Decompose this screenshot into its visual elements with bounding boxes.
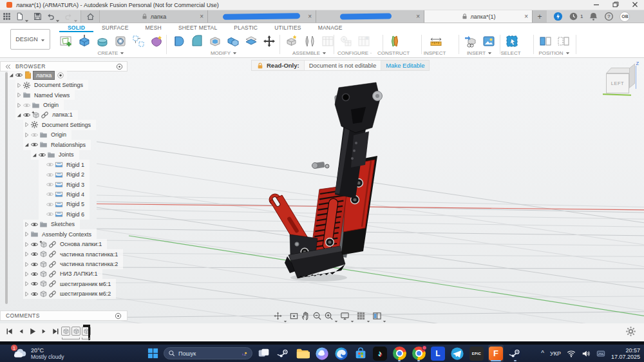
pan-button[interactable] (301, 311, 310, 321)
document-tab-4[interactable]: лапка*(1)× (424, 10, 533, 23)
steam-2[interactable] (507, 345, 523, 362)
tree-item[interactable]: Origin (15, 100, 64, 110)
grid-layout-button[interactable] (356, 311, 370, 321)
make-editable-link[interactable]: Make Editable (381, 61, 429, 70)
joint-icon[interactable] (301, 33, 317, 49)
go-to-start-button[interactable] (5, 327, 14, 336)
collapse-arrow-icon[interactable] (31, 151, 38, 158)
fillet-icon[interactable] (189, 33, 205, 49)
collapse-panel-icon[interactable] (5, 63, 12, 70)
document-tab-2[interactable]: × (208, 10, 316, 23)
expand-arrow-icon[interactable] (23, 280, 30, 287)
help-icon[interactable]: ? (604, 12, 614, 21)
ribbon-tab-solid[interactable]: SOLID (59, 24, 93, 32)
panel-options-icon[interactable] (115, 312, 122, 319)
tray-expand-button[interactable]: ^ (541, 350, 544, 357)
tree-item[interactable]: Основа лапки:1 (23, 239, 107, 249)
tree-item[interactable]: частинка пластинка:1 (23, 249, 123, 259)
job-status-icon[interactable] (553, 12, 563, 21)
play-button[interactable] (28, 327, 37, 336)
expand-arrow-icon[interactable] (23, 251, 30, 258)
press-pull-icon[interactable] (171, 33, 187, 49)
tree-item[interactable]: Named Views (15, 90, 75, 100)
app-grid-button[interactable] (3, 12, 11, 21)
model-3d-kickstand[interactable] (245, 77, 412, 290)
go-to-end-button[interactable] (52, 327, 60, 336)
eye-hidden-icon[interactable] (46, 180, 54, 189)
eye-hidden-icon[interactable] (30, 131, 39, 139)
expand-arrow-icon[interactable] (23, 291, 30, 298)
viewports-button[interactable] (372, 311, 386, 321)
document-tab-3[interactable]: × (316, 10, 424, 23)
timeline-feature-1[interactable] (61, 327, 70, 336)
expand-arrow-icon[interactable] (23, 241, 30, 248)
eye-icon[interactable] (15, 71, 23, 79)
look-at-button[interactable] (289, 311, 299, 321)
step-back-button[interactable] (17, 327, 25, 336)
tree-item[interactable]: Joints (31, 150, 79, 160)
canvas-icon[interactable] (480, 33, 497, 49)
wifi-icon[interactable] (567, 349, 576, 358)
copilot[interactable] (314, 345, 330, 362)
construct-plane-icon[interactable] (386, 33, 402, 49)
telegram[interactable] (450, 345, 465, 362)
expand-arrow-icon[interactable] (23, 271, 30, 278)
close-tab-icon[interactable]: × (524, 14, 528, 20)
group-label[interactable]: CREATE (58, 50, 164, 56)
eye-icon[interactable] (38, 151, 46, 159)
collapse-arrow-icon[interactable] (23, 141, 30, 148)
eye-hidden-icon[interactable] (46, 190, 54, 198)
panel-options-icon[interactable] (116, 63, 123, 70)
capture-position-icon[interactable] (537, 33, 553, 49)
keyboard-language[interactable]: УКР (550, 350, 561, 357)
group-label[interactable]: INSPECT (428, 50, 444, 56)
expand-arrow-icon[interactable] (15, 102, 23, 109)
expand-arrow-icon[interactable] (23, 261, 30, 268)
chrome[interactable] (392, 345, 407, 362)
tree-item[interactable]: шестигранник м6:2 (23, 289, 116, 299)
comments-panel[interactable]: COMMENTS (0, 310, 128, 321)
ribbon-tab-sheet-metal[interactable]: SHEET METAL (170, 24, 225, 32)
move-copy-icon[interactable] (261, 33, 277, 49)
expand-arrow-icon[interactable] (23, 231, 30, 238)
gear-icon[interactable] (625, 326, 636, 337)
group-label[interactable]: SELECT (504, 50, 520, 56)
tree-item[interactable]: шестигранник м6:1 (23, 279, 116, 289)
ribbon-tab-mesh[interactable]: MESH (137, 24, 170, 32)
eye-icon[interactable] (30, 280, 39, 288)
restore-button[interactable] (612, 1, 620, 8)
revolve-icon[interactable] (94, 33, 110, 49)
joint-origin-dot[interactable] (325, 164, 329, 168)
eye-hidden-icon[interactable] (46, 160, 54, 169)
eye-hidden-icon[interactable] (23, 101, 31, 110)
eye-hidden-icon[interactable] (46, 210, 54, 218)
task-view[interactable] (256, 345, 272, 362)
group-label[interactable]: CONFIGURE (337, 50, 372, 56)
expand-arrow-icon[interactable] (23, 221, 30, 228)
view-cube-side-face[interactable] (629, 63, 635, 88)
expand-arrow-icon[interactable] (23, 121, 30, 128)
viewport-3d[interactable]: Read-Only: Document is not editable Make… (0, 58, 644, 323)
pattern-icon[interactable] (130, 33, 146, 49)
zoom-button[interactable] (312, 311, 322, 321)
clock[interactable]: 20:57 17.07.2025 (611, 347, 640, 360)
search-input[interactable]: Пошук (164, 347, 252, 359)
tree-item[interactable]: Rigid 5 (39, 200, 90, 209)
fusion-360[interactable]: F (488, 345, 504, 362)
eye-icon[interactable] (30, 250, 39, 258)
close-tab-icon[interactable]: × (200, 14, 204, 20)
start-button[interactable] (147, 347, 159, 359)
activate-component-radio[interactable] (57, 71, 64, 79)
ribbon-tab-manage[interactable]: MANAGE (310, 24, 351, 32)
select-icon[interactable] (504, 33, 520, 49)
group-label[interactable]: MODIFY (171, 50, 277, 56)
collapse-arrow-icon[interactable] (8, 71, 15, 79)
orbit-button[interactable] (273, 311, 287, 321)
eye-hidden-icon[interactable] (46, 200, 54, 209)
tiktok[interactable]: ♪ (372, 345, 388, 362)
hole-icon[interactable] (112, 33, 128, 49)
tree-item[interactable]: Origin (23, 130, 71, 140)
league[interactable]: L (430, 345, 446, 362)
ribbon-tab-utilities[interactable]: UTILITIES (266, 24, 309, 32)
avatar[interactable]: OB (620, 12, 630, 22)
